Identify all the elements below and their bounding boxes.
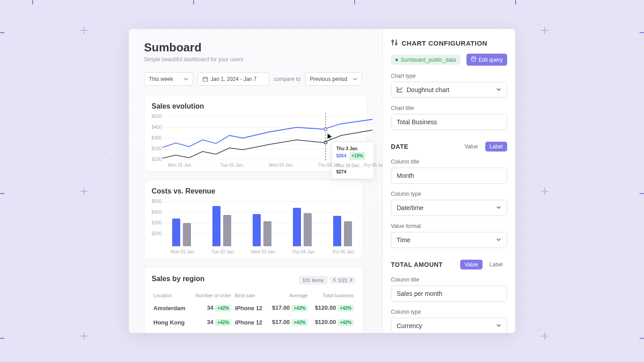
delta-badge: +42%	[338, 305, 354, 311]
toggle-value[interactable]: Value	[460, 260, 483, 269]
chart-tooltip: Thu 3 Jan. $264 +10% Thu 18 Dec. $274	[331, 142, 374, 179]
chevron-down-icon	[496, 204, 501, 211]
y-tick: $400	[152, 125, 161, 130]
chart-type-select[interactable]: Doughnut chart	[391, 82, 507, 98]
amount-value-label-toggle: Value Label	[460, 260, 507, 269]
y-tick: $200	[152, 146, 161, 151]
config-header-text: CHART CONFIGURATION	[402, 39, 487, 47]
date-range-text: Jan 1, 2024 - Jan 7	[211, 76, 257, 82]
cell-best-sale: iPhone 12	[233, 315, 267, 329]
date-range-picker[interactable]: Jan 1, 2024 - Jan 7	[198, 72, 269, 86]
sales-evolution-card: Sales evolution $500 $400 $300 $200 $100	[144, 95, 367, 172]
prev-page-icon[interactable]	[333, 278, 336, 283]
cell-total: $120.00	[315, 319, 336, 325]
amount-column-title-input[interactable]: Sales per month	[391, 286, 507, 302]
sliders-icon	[391, 39, 398, 47]
toggle-label[interactable]: Label	[485, 142, 507, 152]
page-title: Sumboard	[144, 41, 367, 55]
svg-point-9	[392, 40, 394, 42]
chevron-down-icon	[496, 86, 501, 93]
delta-badge: +42%	[292, 319, 308, 326]
chevron-down-icon	[496, 236, 501, 244]
page-subtitle: Simple beautiful dashboard for your user…	[144, 56, 367, 63]
col-total: Total business	[309, 290, 356, 301]
date-column-title-input[interactable]: Month	[391, 168, 507, 184]
date-column-title-value: Month	[397, 172, 414, 179]
cell-orders: 34	[207, 319, 213, 325]
svg-point-10	[395, 43, 397, 45]
date-section-header: DATE	[391, 143, 408, 150]
costs-revenue-chart[interactable]: $500 $400 $300 $200 Mon 01 Jan. Tue 02 J…	[152, 198, 356, 254]
value-format-select[interactable]: Time	[391, 232, 507, 248]
delta-badge: +42%	[215, 319, 231, 326]
y-tick: $400	[152, 210, 161, 215]
config-panel: CHART CONFIGURATION Sumboard_public_data…	[382, 29, 515, 333]
sales-evolution-chart[interactable]: $500 $400 $300 $200 $100	[152, 113, 360, 168]
cell-average: $17.00	[272, 304, 290, 311]
col-location: Location	[152, 290, 190, 301]
chart-title-value: Total Business	[397, 118, 437, 126]
edit-query-label: Edit query	[479, 57, 503, 63]
compare-label: compare to	[274, 76, 301, 82]
x-tick: Wed 03 Jan.	[269, 163, 294, 168]
cell-best-sale: iPhone 12	[233, 301, 267, 315]
filters-row: This week Jan 1, 2024 - Jan 7 compare to…	[144, 72, 367, 86]
tooltip-value-b: $274	[336, 169, 369, 175]
svg-point-11	[471, 57, 475, 59]
y-tick: $300	[152, 220, 161, 225]
chart-title-input[interactable]: Total Business	[391, 114, 507, 130]
y-tick: $100	[152, 157, 161, 162]
costs-revenue-title: Costs vs. Revenue	[152, 187, 356, 195]
page-indicator: 1/21	[338, 278, 347, 283]
delta-badge: +42%	[338, 319, 354, 326]
dashboard-panel: Sumboard Simple beautiful dashboard for …	[129, 29, 382, 333]
x-tick: Mon 01 Jan.	[168, 163, 192, 168]
items-count-badge: 101 items	[299, 276, 327, 285]
x-tick: Thu 04 Jan.	[318, 163, 342, 168]
compare-select[interactable]: Previous period	[305, 72, 362, 86]
amount-section-header: TOTAL AMOUNT	[391, 261, 443, 268]
cell-total: $120.00	[315, 304, 336, 311]
date-column-title-label: Column title	[391, 159, 507, 165]
amount-column-type-label: Column type	[391, 309, 507, 315]
svg-rect-0	[203, 77, 208, 81]
database-icon	[471, 56, 476, 63]
sales-evolution-title: Sales evolution	[152, 102, 360, 110]
cell-orders: 34	[207, 304, 213, 311]
amount-column-type-value: Currency	[397, 322, 422, 329]
chevron-down-icon	[353, 77, 357, 81]
y-tick: $500	[152, 114, 161, 119]
sales-region-card: Sales by region 101 items 1/21 Location …	[144, 267, 363, 333]
table-row[interactable]: Amsterdam 34+42% iPhone 12 $17.00+42% $1…	[152, 301, 356, 315]
tooltip-value-a: $264	[336, 153, 346, 158]
x-tick: Fry 05 Jan.	[333, 249, 355, 254]
x-tick: Mon 01 Jan.	[170, 249, 195, 254]
sales-region-title: Sales by region	[152, 275, 204, 283]
cell-average: $17.00	[272, 319, 290, 325]
compare-select-value: Previous period	[310, 76, 347, 82]
app-window: Sumboard Simple beautiful dashboard for …	[129, 29, 515, 333]
range-select[interactable]: This week	[144, 72, 193, 86]
chevron-down-icon	[496, 322, 501, 329]
tooltip-date-a: Thu 3 Jan.	[336, 146, 369, 152]
status-dot-icon	[395, 59, 398, 61]
x-tick: Wed 03 Jan.	[251, 249, 276, 254]
value-format-label: Value format	[391, 223, 507, 229]
date-value-label-toggle: Value Label	[460, 142, 507, 152]
y-tick: $300	[152, 135, 161, 140]
cursor-icon	[327, 133, 334, 142]
table-row[interactable]: Hong Kong 34+42% iPhone 12 $17.00+42% $1…	[152, 315, 356, 329]
date-column-type-select[interactable]: Date/time	[391, 200, 507, 216]
toggle-value[interactable]: Value	[460, 142, 483, 152]
config-header: CHART CONFIGURATION	[391, 39, 507, 47]
data-source-chip[interactable]: Sumboard_public_data	[391, 55, 460, 65]
amount-column-title-value: Sales per month	[397, 290, 442, 297]
edit-query-button[interactable]: Edit query	[466, 54, 507, 66]
chart-title-label: Chart title	[391, 105, 507, 111]
data-source-name: Sumboard_public_data	[401, 57, 456, 63]
next-page-icon[interactable]	[349, 278, 353, 283]
tooltip-delta-a: +10%	[349, 152, 365, 160]
amount-column-type-select[interactable]: Currency	[391, 318, 507, 333]
toggle-label[interactable]: Label	[485, 260, 507, 269]
line-chart-icon	[397, 86, 403, 94]
